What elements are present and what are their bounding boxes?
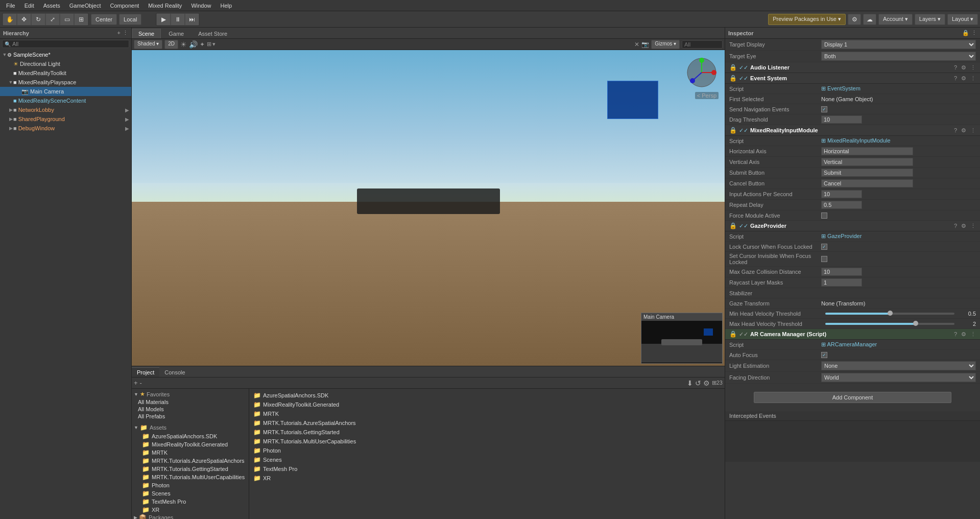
account-btn[interactable]: Account ▾ bbox=[878, 14, 913, 25]
hierarchy-item-mrscenecontent[interactable]: ■ MixedRealitySceneContent bbox=[0, 96, 131, 105]
menu-assets[interactable]: Assets bbox=[39, 2, 64, 10]
scene-view-options[interactable]: ⊞▾ bbox=[207, 41, 216, 48]
move-tool-btn[interactable]: ✥ bbox=[17, 14, 31, 25]
asset-folder-textmesh[interactable]: 📁TextMesh Pro bbox=[134, 498, 247, 506]
comp-checkbox[interactable]: ✓ bbox=[739, 64, 748, 71]
grid-item-scenes[interactable]: 📁Scenes bbox=[251, 455, 723, 464]
hierarchy-more-btn[interactable]: ⋮ bbox=[123, 30, 128, 36]
gaze-provider-header[interactable]: 🔒 ✓ GazeProvider ? ⚙ ⋮ bbox=[725, 221, 980, 231]
settings-icon[interactable]: ⚙ bbox=[961, 223, 966, 229]
drag-threshold-input[interactable] bbox=[821, 115, 862, 124]
menu-mixed-reality[interactable]: Mixed Reality bbox=[144, 2, 186, 10]
tab-console[interactable]: Console bbox=[159, 368, 190, 377]
mrim-cancel-input[interactable] bbox=[821, 179, 913, 187]
scale-tool-btn[interactable]: ⤢ bbox=[46, 14, 59, 25]
hierarchy-item-mrtoolkit[interactable]: ■ MixedRealityToolkit bbox=[0, 68, 131, 78]
ar-camera-header[interactable]: 🔒 ✓✓ AR Camera Manager (Script) ? ⚙ ⋮ bbox=[725, 329, 980, 340]
menu-window[interactable]: Window bbox=[187, 2, 215, 10]
hierarchy-item-networklobby[interactable]: ▶ ■ NetworkLobby ▶ bbox=[0, 105, 131, 114]
minus-btn[interactable]: - bbox=[140, 379, 142, 387]
help-icon[interactable]: ? bbox=[954, 75, 957, 82]
hierarchy-item-sharedplayground[interactable]: ▶ ■ SharedPlayground ▶ bbox=[0, 114, 131, 124]
inspector-more-btn[interactable]: ⋮ bbox=[971, 30, 977, 36]
settings-icon[interactable]: ⚙ bbox=[703, 379, 710, 387]
asset-folder-mrtk[interactable]: 📁MRTK bbox=[134, 449, 247, 457]
assets-header[interactable]: ▼ 📁 Assets bbox=[134, 424, 247, 431]
comp-checkbox[interactable]: ✓ bbox=[739, 127, 748, 134]
ar-light-est-select[interactable]: None bbox=[821, 361, 976, 370]
grid-item-mrtk-getting[interactable]: 📁MRTK.Tutorials.GettingStarted bbox=[251, 428, 723, 437]
fav-all-prefabs[interactable]: All Prefabs bbox=[134, 413, 247, 420]
asset-folder-mrtk-multi[interactable]: 📁MRTK.Tutorials.MultiUserCapabilities bbox=[134, 473, 247, 481]
max-head-slider-track[interactable] bbox=[825, 323, 954, 325]
menu-component[interactable]: Component bbox=[106, 2, 143, 10]
mrim-horiz-input[interactable] bbox=[821, 147, 913, 155]
target-display-select[interactable]: Display 1 bbox=[821, 40, 976, 49]
help-icon[interactable]: ? bbox=[954, 331, 957, 338]
hierarchy-item-directional-light[interactable]: ☀ Directional Light bbox=[0, 59, 131, 68]
settings-icon[interactable]: ⚙ bbox=[961, 64, 966, 71]
more-icon[interactable]: ⋮ bbox=[970, 75, 976, 82]
pivot-btn[interactable]: Center bbox=[91, 14, 117, 25]
grid-item-mrtk-azure[interactable]: 📁MRTK.Tutorials.AzureSpatialAnchors bbox=[251, 418, 723, 428]
hierarchy-item-mrplayspace[interactable]: ▼ ■ MixedRealityPlayspace bbox=[0, 78, 131, 87]
raycast-input[interactable] bbox=[821, 278, 862, 287]
hierarchy-item-debugwindow[interactable]: ▶ ■ DebugWindow ▶ bbox=[0, 124, 131, 133]
more-icon[interactable]: ⋮ bbox=[970, 331, 976, 338]
mrim-submit-input[interactable] bbox=[821, 169, 913, 177]
settings-icon[interactable]: ⚙ bbox=[961, 331, 966, 338]
rect-tool-btn[interactable]: ▭ bbox=[60, 14, 74, 25]
gizmos-btn[interactable]: Gizmos ▾ bbox=[651, 40, 680, 49]
grid-item-xr[interactable]: 📁XR bbox=[251, 474, 723, 483]
menu-help[interactable]: Help bbox=[217, 2, 236, 10]
min-head-slider-track[interactable] bbox=[825, 313, 954, 315]
fav-all-materials[interactable]: All Materials bbox=[134, 398, 247, 406]
asset-folder-photon[interactable]: 📁Photon bbox=[134, 481, 247, 489]
lighting-btn[interactable]: ☀ bbox=[180, 40, 187, 49]
favorites-header[interactable]: ▼ ★ Favorites bbox=[134, 391, 247, 397]
mr-input-module-header[interactable]: 🔒 ✓ MixedRealityInputModule ? ⚙ ⋮ bbox=[725, 125, 980, 136]
hierarchy-item-samplescene[interactable]: ▼ ⚙ SampleScene* bbox=[0, 50, 131, 59]
max-collision-input[interactable] bbox=[821, 268, 862, 276]
pause-btn[interactable]: ⏸ bbox=[171, 14, 184, 25]
comp-checkbox[interactable]: ✓ bbox=[739, 75, 748, 82]
tab-game[interactable]: Game bbox=[162, 29, 190, 38]
help-icon[interactable]: ? bbox=[954, 64, 957, 71]
tab-scene[interactable]: Scene bbox=[132, 29, 161, 38]
settings-btn[interactable]: ⚙ bbox=[848, 14, 861, 25]
add-component-btn[interactable]: Add Component bbox=[754, 392, 951, 403]
mrim-input-actions-input[interactable] bbox=[821, 190, 862, 198]
set-cursor-checkbox[interactable] bbox=[821, 256, 827, 262]
asset-folder-mrtk-gen[interactable]: 📁MixedRealityToolkit.Generated bbox=[134, 440, 247, 449]
hierarchy-add-btn[interactable]: + bbox=[117, 30, 121, 36]
packages-header[interactable]: ▶ 📦 Packages bbox=[134, 514, 247, 519]
import-btn[interactable]: ⬇ bbox=[687, 379, 693, 387]
cloud-btn[interactable]: ☁ bbox=[863, 14, 876, 25]
menu-gameobject[interactable]: GameObject bbox=[65, 2, 105, 10]
scene-search-input[interactable] bbox=[682, 40, 723, 49]
ar-facing-dir-select[interactable]: World bbox=[821, 373, 976, 382]
grid-item-textmesh[interactable]: 📁TextMesh Pro bbox=[251, 464, 723, 474]
asset-folder-scenes[interactable]: 📁Scenes bbox=[134, 489, 247, 498]
more-icon[interactable]: ⋮ bbox=[970, 223, 976, 229]
asset-folder-mrtk-getting[interactable]: 📁MRTK.Tutorials.GettingStarted bbox=[134, 465, 247, 473]
play-btn[interactable]: ▶ bbox=[157, 14, 170, 25]
more-icon[interactable]: ⋮ bbox=[970, 64, 976, 71]
settings-icon[interactable]: ⚙ bbox=[961, 75, 966, 82]
rotate-tool-btn[interactable]: ↻ bbox=[32, 14, 45, 25]
max-head-slider-thumb[interactable] bbox=[913, 321, 918, 326]
inspector-lock-btn[interactable]: 🔒 bbox=[962, 30, 969, 36]
mrim-repeat-delay-input[interactable] bbox=[821, 201, 862, 209]
asset-folder-mrtk-azure[interactable]: 📁MRTK.Tutorials.AzureSpatialAnchors bbox=[134, 457, 247, 465]
grid-item-photon[interactable]: 📁Photon bbox=[251, 446, 723, 455]
help-icon[interactable]: ? bbox=[954, 223, 957, 229]
2d-btn[interactable]: 2D bbox=[164, 40, 178, 49]
step-btn[interactable]: ⏭ bbox=[185, 14, 199, 25]
grid-item-mrtk-gen[interactable]: 📁MixedRealityToolkit.Generated bbox=[251, 400, 723, 409]
audio-listener-header[interactable]: 🔒 ✓ Audio Listener ? ⚙ ⋮ bbox=[725, 62, 980, 73]
min-head-slider-thumb[interactable] bbox=[888, 311, 893, 316]
layout-btn[interactable]: Layout ▾ bbox=[947, 14, 978, 25]
tab-asset-store[interactable]: Asset Store bbox=[192, 29, 234, 38]
ar-autofocus-checkbox[interactable] bbox=[821, 352, 827, 358]
preview-packages-btn[interactable]: Preview Packages in Use ▾ bbox=[768, 14, 846, 25]
